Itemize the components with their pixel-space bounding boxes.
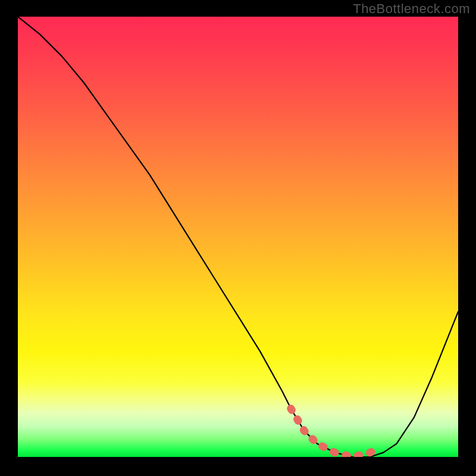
bottleneck-curve: [18, 17, 458, 457]
chart-frame: TheBottleneck.com: [0, 0, 476, 476]
watermark-text: TheBottleneck.com: [353, 1, 470, 17]
plot-area: [18, 17, 458, 457]
valley-dots: [291, 409, 379, 457]
curve-layer: [18, 17, 458, 457]
